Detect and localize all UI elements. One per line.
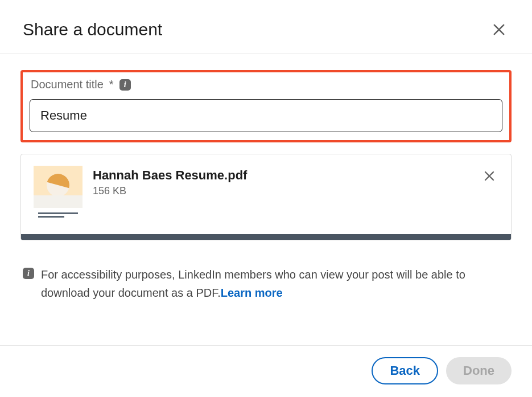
remove-file-icon <box>482 169 496 183</box>
close-icon <box>491 22 507 38</box>
document-title-label: Document title <box>31 78 104 91</box>
modal-header: Share a document <box>0 0 532 54</box>
note-text: For accessibility purposes, LinkedIn mem… <box>41 265 509 302</box>
document-title-section: Document title * i <box>20 70 512 142</box>
accessibility-note: i For accessibility purposes, LinkedIn m… <box>20 265 512 302</box>
file-meta: Hannah Baes Resume.pdf 156 KB <box>93 166 470 197</box>
document-title-input[interactable] <box>30 99 502 132</box>
document-thumb-icon <box>34 166 83 219</box>
info-icon: i <box>23 268 34 279</box>
back-button[interactable]: Back <box>372 357 438 384</box>
modal-body: Document title * i <box>0 54 532 345</box>
remove-file-button[interactable] <box>480 167 498 185</box>
file-row: Hannah Baes Resume.pdf 156 KB <box>34 166 498 234</box>
title-label-row: Document title * i <box>30 78 502 91</box>
uploaded-file-card: Hannah Baes Resume.pdf 156 KB <box>20 154 512 240</box>
upload-progress-fill <box>21 234 511 240</box>
share-document-modal: Share a document Document title * i <box>0 0 532 397</box>
info-icon[interactable]: i <box>119 79 131 91</box>
file-name: Hannah Baes Resume.pdf <box>93 168 470 183</box>
upload-progress <box>21 234 511 240</box>
required-indicator: * <box>109 78 114 91</box>
close-button[interactable] <box>489 19 509 40</box>
learn-more-link[interactable]: Learn more <box>221 287 283 299</box>
modal-title: Share a document <box>23 20 162 39</box>
file-size: 156 KB <box>93 185 470 197</box>
modal-footer: Back Done <box>0 345 532 397</box>
done-button[interactable]: Done <box>446 357 512 384</box>
